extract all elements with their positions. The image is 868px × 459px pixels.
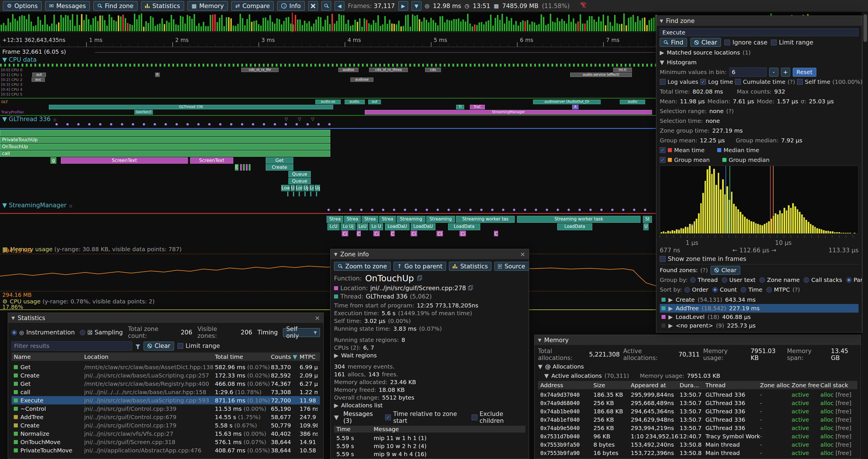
frame-bar[interactable] [230, 19, 232, 31]
frame-bar[interactable] [481, 22, 482, 31]
frame-bar[interactable] [619, 24, 620, 31]
zone-info-titlebar[interactable]: ▼Zone info× [331, 249, 529, 260]
group-by-parent[interactable]: Parent [846, 276, 862, 283]
frame-bar[interactable] [159, 24, 161, 31]
frame-bar[interactable] [453, 19, 455, 31]
frame-bar[interactable] [598, 17, 599, 31]
frame-bar[interactable] [120, 17, 122, 31]
help-icon[interactable]: (?) [787, 78, 795, 85]
frame-bar[interactable] [490, 14, 491, 31]
frame-bar[interactable] [600, 21, 602, 31]
frame-bar[interactable] [497, 15, 498, 31]
streaming-manager-header[interactable]: ▼ StreamingManager▫ [2, 202, 72, 209]
timeline-zone[interactable] [249, 164, 250, 170]
frame-bar[interactable] [430, 18, 432, 31]
frame-bar[interactable] [522, 21, 524, 31]
frame-bar[interactable] [499, 20, 501, 31]
frame-bar[interactable] [341, 15, 342, 31]
cumulate-time-checkbox[interactable]: Cumulate time [735, 78, 785, 85]
cpu-zone[interactable]: StreamingManager [365, 110, 652, 114]
timeline-zone[interactable]: Strea [362, 216, 378, 223]
frame-bar[interactable] [203, 22, 204, 31]
timeline-zone[interactable]: Ci [373, 231, 380, 236]
frame-bar[interactable] [217, 22, 218, 31]
statistics-row[interactable]: Createjni/../jni/src/guif/Control.cpp:17… [11, 421, 320, 429]
frame-bar[interactable] [260, 26, 262, 31]
frame-bar[interactable] [515, 21, 517, 31]
frame-bar[interactable] [106, 26, 108, 31]
frame-bar[interactable] [469, 24, 471, 31]
frame-bar[interactable] [332, 14, 333, 31]
frame-bar[interactable] [653, 18, 655, 31]
frame-bar[interactable] [60, 15, 62, 31]
timeline-zone[interactable]: Queue [288, 178, 311, 184]
allocation-row[interactable]: 0x74ab9e5040256 KB293,994,219ns13:50.7GL… [538, 424, 857, 432]
timeline-zone[interactable] [0, 130, 330, 136]
sort-by-time[interactable]: Time [741, 286, 762, 293]
frame-bar[interactable] [214, 14, 216, 31]
timeline-zone[interactable] [240, 164, 242, 170]
frame-bar[interactable] [437, 25, 439, 31]
frame-bar[interactable] [148, 23, 149, 31]
alloc-link[interactable]: alloc [820, 408, 834, 415]
frame-bar[interactable] [180, 16, 181, 31]
frame-bar[interactable] [347, 20, 349, 31]
frame-bar[interactable] [152, 18, 154, 31]
frame-bar[interactable] [118, 15, 119, 31]
frame-bar[interactable] [3, 23, 4, 31]
frame-bar[interactable] [345, 24, 347, 31]
statistics-titlebar[interactable]: ▼Statistics× [8, 313, 323, 323]
frame-bar[interactable] [458, 19, 459, 31]
next-frame-button[interactable]: ▶ [398, 1, 408, 11]
group-mean-checkbox[interactable]: Group mean [660, 157, 710, 163]
timeline-zone[interactable]: Lo [309, 185, 314, 191]
frame-bar[interactable] [511, 18, 512, 31]
frame-bar[interactable] [116, 21, 117, 31]
frame-bar[interactable] [384, 16, 386, 31]
frame-bar[interactable] [281, 24, 282, 31]
frame-bar[interactable] [368, 23, 370, 31]
find-zone-titlebar[interactable]: ▼Find zone [656, 16, 862, 26]
instrumentation-radio[interactable]: ◎Instrumentation [11, 329, 75, 336]
frame-bar[interactable] [444, 22, 445, 31]
sort-by-count[interactable]: Count [712, 286, 737, 293]
frame-bar[interactable] [226, 17, 227, 31]
cpu-zone[interactable]: auc [32, 77, 45, 82]
frame-bar[interactable] [621, 24, 622, 31]
frame-bar[interactable] [513, 25, 515, 31]
frame-bar[interactable] [67, 15, 69, 31]
frame-bar[interactable] [79, 25, 80, 31]
allocation-row[interactable]: 0x7553b9fa508 bytes153,492,240ns13:50.8M… [538, 440, 857, 449]
frame-bar[interactable] [327, 16, 328, 31]
timeline-zone[interactable] [287, 192, 288, 196]
frame-bar[interactable] [462, 20, 464, 31]
frame-bar[interactable] [632, 15, 634, 31]
frame-bar[interactable] [403, 26, 404, 31]
memory-usage-plot[interactable] [0, 254, 656, 291]
frame-bar[interactable] [244, 25, 246, 31]
frame-bar[interactable] [596, 22, 597, 31]
cpu-zone[interactable]: Ti [456, 105, 464, 109]
statistics-row[interactable]: OnTouchMovejni/../jni/src/guif/Screen.cp… [11, 438, 320, 446]
timeline-zone[interactable]: Lo U [369, 223, 383, 230]
frame-bar[interactable] [580, 14, 581, 31]
frame-bar[interactable] [262, 18, 264, 31]
cpu-zone[interactable]: audio [620, 100, 645, 104]
timeline-zone[interactable]: LoadDaU [385, 223, 410, 230]
thread-value[interactable]: GLThread 336 [366, 293, 408, 300]
frame-bar[interactable] [265, 18, 266, 31]
frame-bar[interactable] [28, 14, 30, 31]
timeline-zone[interactable] [293, 192, 294, 196]
frame-bar[interactable] [81, 14, 83, 31]
compare-button[interactable]: ⇄Compare [231, 1, 274, 11]
clear-filter-button[interactable]: Clear [144, 341, 174, 351]
go-to-parent-button[interactable]: ↑Go to parent [394, 262, 446, 271]
frame-bar[interactable] [554, 22, 556, 31]
group-median-checkbox[interactable]: Group median [722, 157, 770, 163]
timeline-zone[interactable]: Ci [342, 231, 348, 236]
frame-bar[interactable] [400, 26, 402, 31]
frame-bar[interactable] [168, 22, 170, 31]
frame-bar[interactable] [414, 16, 415, 31]
frame-bar[interactable] [131, 25, 133, 31]
frame-bar[interactable] [122, 14, 124, 31]
